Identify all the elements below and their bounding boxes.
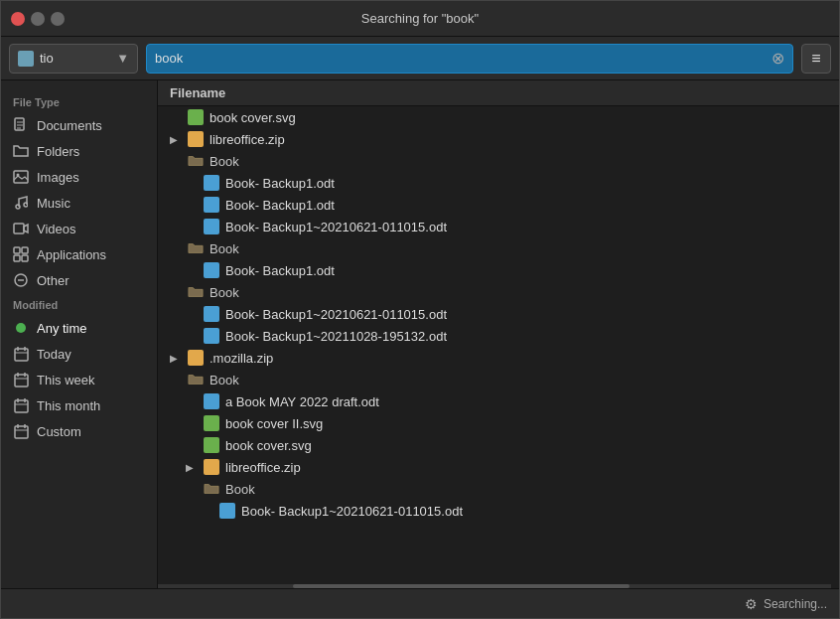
- sidebar-item-videos[interactable]: Videos: [1, 216, 157, 241]
- file-name: Book: [225, 482, 255, 497]
- table-row[interactable]: Book- Backup1~20210621-011015.odt: [158, 216, 839, 237]
- zip-file-icon: [188, 350, 204, 366]
- file-list-header: Filename: [158, 80, 839, 106]
- any-time-icon: [13, 320, 29, 336]
- scroll-indicator-bar: [293, 584, 630, 588]
- expand-arrow: ▶: [170, 353, 182, 364]
- svg-point-6: [16, 205, 20, 209]
- sidebar-item-applications[interactable]: Applications: [1, 241, 157, 267]
- this-week-icon: [13, 372, 29, 387]
- sidebar-applications-label: Applications: [37, 247, 106, 262]
- table-row[interactable]: Book: [158, 150, 839, 172]
- table-row[interactable]: book cover.svg: [158, 106, 839, 128]
- table-row[interactable]: Book: [158, 369, 839, 390]
- svg-rect-11: [14, 255, 20, 261]
- file-name: book cover.svg: [210, 110, 296, 125]
- table-row[interactable]: Book- Backup1.odt: [158, 194, 839, 216]
- sidebar-item-other[interactable]: Other: [1, 267, 157, 293]
- sidebar: File Type Documents Folders Images: [1, 80, 158, 588]
- svg-rect-8: [14, 224, 24, 233]
- window-title: Searching for "book": [361, 11, 479, 26]
- odt-file-icon: [204, 306, 219, 322]
- sidebar-documents-label: Documents: [37, 118, 102, 133]
- table-row[interactable]: ▶ libreoffice.zip: [158, 456, 839, 478]
- odt-file-icon: [204, 197, 219, 213]
- file-name: book cover II.svg: [225, 416, 323, 431]
- search-clear-icon[interactable]: ⊗: [771, 49, 784, 68]
- folder-icon: [188, 153, 204, 169]
- file-type-section-title: File Type: [1, 90, 157, 112]
- search-input[interactable]: [155, 51, 766, 66]
- file-name: Book- Backup1~20210621-011015.odt: [225, 307, 447, 322]
- main-window: Searching for "book" tio ▼ ⊗ ≡ File Type…: [0, 0, 840, 619]
- file-name: Book: [210, 154, 239, 169]
- file-list-area[interactable]: Filename book cover.svg ▶ libreoffice.zi…: [158, 80, 839, 588]
- expand-arrow: ▶: [186, 462, 198, 473]
- table-row[interactable]: a Book MAY 2022 draft.odt: [158, 390, 839, 412]
- sidebar-item-custom[interactable]: Custom: [1, 418, 157, 444]
- videos-icon: [13, 221, 29, 236]
- file-name: libreoffice.zip: [225, 460, 301, 475]
- toolbar: tio ▼ ⊗ ≡: [1, 37, 839, 80]
- sidebar-this-month-label: This month: [37, 398, 100, 413]
- minimize-button[interactable]: [31, 12, 45, 26]
- expand-arrow: ▶: [170, 134, 182, 145]
- sidebar-music-label: Music: [37, 196, 70, 211]
- svg-rect-15: [15, 349, 28, 361]
- file-name: Book- Backup1~20210621-011015.odt: [241, 504, 463, 519]
- modified-section-title: Modified: [1, 293, 157, 315]
- sidebar-images-label: Images: [37, 170, 79, 185]
- sidebar-item-this-month[interactable]: This month: [1, 392, 157, 418]
- zip-file-icon: [204, 459, 219, 475]
- this-month-icon: [13, 397, 29, 413]
- folders-icon: [13, 143, 29, 159]
- sidebar-folders-label: Folders: [37, 144, 79, 159]
- svg-file-icon: [204, 437, 219, 453]
- table-row[interactable]: Book: [158, 237, 839, 259]
- location-label: tio: [40, 51, 54, 66]
- filename-column-header: Filename: [170, 85, 225, 100]
- svg-point-7: [24, 203, 28, 207]
- file-name: book cover.svg: [225, 438, 312, 453]
- gear-icon: ⚙: [745, 596, 758, 612]
- file-name: Book: [210, 285, 239, 300]
- table-row[interactable]: Book: [158, 281, 839, 303]
- odt-file-icon: [204, 262, 219, 278]
- zip-file-icon: [188, 131, 204, 147]
- hamburger-icon: ≡: [811, 50, 820, 68]
- location-dropdown[interactable]: tio ▼: [9, 44, 138, 74]
- table-row[interactable]: Book: [158, 478, 839, 500]
- other-icon: [13, 272, 29, 288]
- sidebar-other-label: Other: [37, 273, 70, 288]
- sidebar-item-music[interactable]: Music: [1, 190, 157, 216]
- svg-rect-19: [15, 375, 28, 387]
- file-name: Book: [210, 241, 239, 256]
- location-folder-icon: [18, 51, 34, 67]
- chevron-down-icon: ▼: [116, 51, 129, 66]
- search-bar: ⊗: [146, 44, 793, 74]
- table-row[interactable]: Book- Backup1~20211028-195132.odt: [158, 325, 839, 347]
- table-row[interactable]: book cover II.svg: [158, 412, 839, 434]
- sidebar-item-today[interactable]: Today: [1, 341, 157, 367]
- sidebar-item-this-week[interactable]: This week: [1, 367, 157, 392]
- folder-icon: [204, 481, 219, 497]
- table-row[interactable]: Book- Backup1~20210621-011015.odt: [158, 500, 839, 522]
- table-row[interactable]: Book- Backup1.odt: [158, 172, 839, 194]
- images-icon: [13, 169, 29, 185]
- sidebar-item-any-time[interactable]: Any time: [1, 315, 157, 341]
- sidebar-item-documents[interactable]: Documents: [1, 112, 157, 138]
- table-row[interactable]: book cover.svg: [158, 434, 839, 456]
- svg-rect-9: [14, 247, 20, 253]
- table-row[interactable]: ▶ .mozilla.zip: [158, 347, 839, 369]
- applications-icon: [13, 246, 29, 262]
- maximize-button[interactable]: [51, 12, 65, 26]
- table-row[interactable]: Book- Backup1~20210621-011015.odt: [158, 303, 839, 325]
- table-row[interactable]: Book- Backup1.odt: [158, 259, 839, 281]
- sidebar-item-images[interactable]: Images: [1, 164, 157, 190]
- menu-button[interactable]: ≡: [801, 44, 831, 74]
- odt-file-icon: [204, 175, 219, 191]
- table-row[interactable]: ▶ libreoffice.zip: [158, 128, 839, 150]
- close-button[interactable]: [11, 12, 25, 26]
- sidebar-item-folders[interactable]: Folders: [1, 138, 157, 164]
- file-name: Book: [210, 373, 239, 387]
